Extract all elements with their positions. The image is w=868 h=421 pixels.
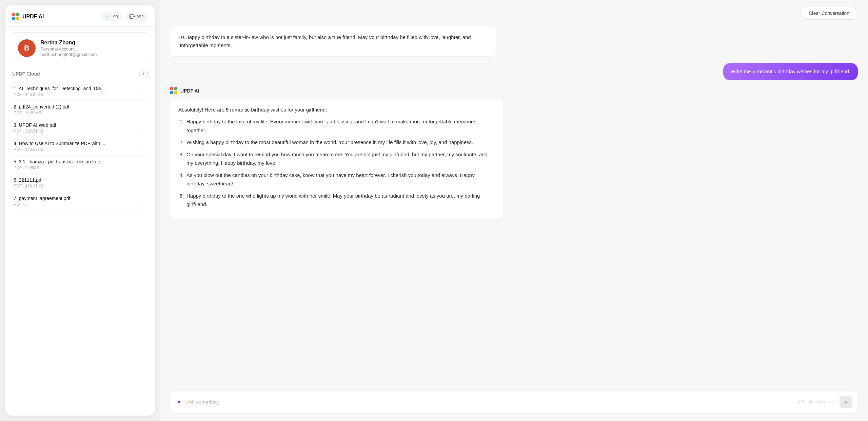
list-item[interactable]: 1. AI_Techniques_for_Detecting_and_Dia..…	[12, 82, 148, 101]
ai-list-item: As you blow out the candles on your birt…	[185, 171, 494, 188]
user-email: berthazhang829@gmail.com	[40, 52, 97, 57]
ai-label-text: UPDF AI	[180, 88, 199, 94]
ai-logo-icon	[170, 87, 178, 95]
file-meta: PDF · 419.31KB	[14, 184, 138, 188]
avatar: B	[18, 39, 36, 57]
file-info: 2. pdf24_converted (2).pdf PDF · 10.81MB	[14, 104, 138, 115]
ai-list-item: Happy birthday to the one who lights up …	[185, 192, 494, 209]
chat-messages: 10.Happy birthday to a sister-in-law who…	[160, 26, 868, 386]
cloud-title: UPDF Cloud	[12, 71, 40, 77]
ai-label: UPDF AI	[170, 87, 502, 95]
list-item[interactable]: 3. UPDF AI Web.pdf PDF · 165.51KB ⋮	[12, 119, 148, 137]
list-item[interactable]: 2. pdf24_converted (2).pdf PDF · 10.81MB…	[12, 101, 148, 119]
file-name: 2. pdf24_converted (2).pdf	[14, 104, 138, 109]
file-info: 5. 3.1 - hamza - pdf translate russian t…	[14, 159, 138, 170]
message-icon: 💬	[129, 14, 135, 19]
file-menu-icon[interactable]: ⋮	[138, 143, 146, 150]
file-menu-icon[interactable]: ⋮	[138, 179, 146, 187]
badge-messages-count: 992	[136, 14, 144, 19]
chat-input-area: ✦ ⏎ Send / ⇧⏎ Newline ➤	[160, 386, 868, 421]
file-meta: PDF · 446.06KB	[14, 92, 138, 97]
messages-badge: 💬 992	[125, 12, 148, 21]
list-item[interactable]: 5. 3.1 - hamza - pdf translate russian t…	[12, 156, 148, 174]
file-menu-icon[interactable]: ⋮	[138, 124, 146, 132]
ai-list-item: On your special day, I want to remind yo…	[185, 150, 494, 167]
list-item[interactable]: 6. 221111.pdf PDF · 419.31KB ⋮	[12, 174, 148, 192]
file-meta: PDF · 10.81MB	[14, 111, 138, 115]
file-icon: 📄	[106, 14, 112, 19]
ai-intro: Absolutely! Here are 5 romantic birthday…	[178, 105, 494, 114]
file-info: 3. UPDF AI Web.pdf PDF · 165.51KB	[14, 122, 138, 134]
file-menu-icon[interactable]: ⋮	[138, 106, 146, 114]
header-badges: 📄 99 💬 992	[102, 12, 148, 21]
file-name: 4. How to Use AI to Summarize PDF with .…	[14, 141, 138, 146]
sidebar: UPDF AI 📄 99 💬 992 B Bertha Zhang Person…	[5, 5, 155, 416]
app-title: UPDF AI	[22, 14, 44, 20]
file-info: 7. payment_agreement.pdf PDF · ...	[14, 196, 138, 207]
ai-message-wrapper: UPDF AI Absolutely! Here are 5 romantic …	[170, 87, 502, 219]
user-profile[interactable]: B Bertha Zhang Personal Account berthazh…	[11, 32, 149, 64]
file-meta: PDF · 143.67KB	[14, 147, 138, 152]
logo-icon	[12, 13, 20, 20]
input-actions: ⏎ Send / ⇧⏎ Newline ➤	[797, 396, 852, 408]
file-list: 1. AI_Techniques_for_Detecting_and_Dia..…	[12, 82, 148, 210]
file-meta: PDF · ...	[14, 202, 138, 207]
cloud-section: UPDF Cloud + 1. AI_Techniques_for_Detect…	[5, 69, 155, 416]
file-meta: PDF · 165.51KB	[14, 129, 138, 134]
badge-files-count: 99	[113, 14, 118, 19]
file-info: 1. AI_Techniques_for_Detecting_and_Dia..…	[14, 86, 138, 97]
user-name: Bertha Zhang	[40, 40, 97, 46]
file-menu-icon[interactable]: ⋮	[138, 198, 146, 205]
ai-list-item: Happy birthday to the love of my life! E…	[185, 117, 494, 135]
logo-area: UPDF AI	[12, 13, 44, 20]
account-type: Personal Account	[40, 46, 97, 52]
file-name: 3. UPDF AI Web.pdf	[14, 122, 138, 128]
clear-conversation-button[interactable]: Clear Conversation	[800, 7, 858, 20]
send-button[interactable]: ➤	[840, 396, 852, 408]
chat-input[interactable]	[186, 399, 793, 405]
user-message: Write me 5 romantic birthday wishes for …	[723, 63, 858, 80]
file-menu-icon[interactable]: ⋮	[138, 161, 146, 168]
files-badge: 📄 99	[102, 12, 122, 21]
file-meta: PDF · 1.08MB	[14, 165, 138, 170]
add-file-button[interactable]: +	[139, 69, 148, 78]
user-info: Bertha Zhang Personal Account berthazhan…	[40, 40, 97, 57]
list-item[interactable]: 4. How to Use AI to Summarize PDF with .…	[12, 137, 148, 156]
file-info: 4. How to Use AI to Summarize PDF with .…	[14, 141, 138, 152]
file-menu-icon[interactable]: ⋮	[138, 88, 146, 95]
file-name: 5. 3.1 - hamza - pdf translate russian t…	[14, 159, 138, 164]
chat-topbar: Clear Conversation	[160, 0, 868, 26]
cloud-header: UPDF Cloud +	[12, 69, 148, 78]
file-name: 6. 221111.pdf	[14, 177, 138, 183]
file-name: 7. payment_agreement.pdf	[14, 196, 138, 201]
list-item[interactable]: 7. payment_agreement.pdf PDF · ... ⋮	[12, 192, 148, 210]
ai-list-item: Wishing a happy birthday to the most bea…	[185, 138, 494, 147]
system-message: 10.Happy birthday to a sister-in-law who…	[170, 26, 496, 56]
send-hint: ⏎ Send / ⇧⏎ Newline	[797, 400, 837, 404]
file-name: 1. AI_Techniques_for_Detecting_and_Dia..…	[14, 86, 138, 91]
sparkle-icon: ✦	[176, 398, 182, 406]
ai-message: Absolutely! Here are 5 romantic birthday…	[170, 99, 502, 219]
file-info: 6. 221111.pdf PDF · 419.31KB	[14, 177, 138, 188]
chat-panel: Clear Conversation 10.Happy birthday to …	[160, 0, 868, 421]
input-box: ✦ ⏎ Send / ⇧⏎ Newline ➤	[170, 391, 858, 413]
sidebar-header: UPDF AI 📄 99 💬 992	[5, 5, 155, 27]
